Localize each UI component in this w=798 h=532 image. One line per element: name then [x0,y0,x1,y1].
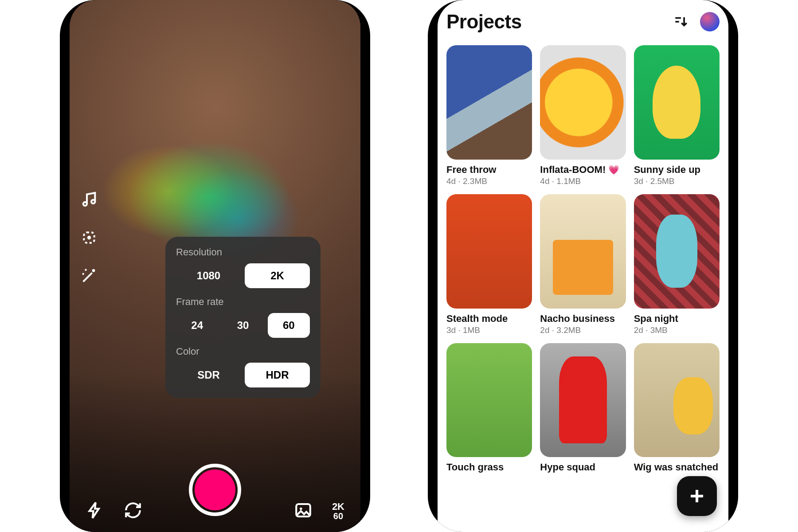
setting-resolution-label: Resolution [176,246,310,258]
camera-side-tools [80,191,98,286]
record-button-inner [195,469,235,510]
crop-selection-icon[interactable] [80,229,98,248]
setting-color-label: Color [176,346,310,357]
setting-color: Color SDR HDR [176,346,310,387]
music-icon[interactable] [80,191,98,210]
project-meta: 3d · 1MB [446,325,532,335]
project-card[interactable]: Stealth mode3d · 1MB [446,194,532,335]
project-title: Inflata-BOOM! 💗 [540,164,626,176]
setting-framerate-label: Frame rate [176,296,310,308]
project-thumbnail [634,343,720,458]
project-title: Sunny side up [634,164,720,176]
svg-point-0 [83,202,87,206]
svg-point-1 [91,200,95,203]
project-thumbnail [540,45,626,160]
phone-projects: Projects Free throw4d · 2.3MBInflata-BOO… [428,0,738,532]
project-title: Free throw [446,164,532,176]
project-card[interactable]: Hype squad [540,343,626,473]
quality-line1: 2K [332,501,344,512]
project-card[interactable]: Spa night2d · 3MB [634,194,720,335]
quality-line2: 60 [332,512,344,521]
gallery-icon[interactable] [294,501,313,521]
flip-camera-icon[interactable] [124,501,142,521]
project-thumbnail [540,194,626,309]
project-meta: 4d · 1.1MB [540,176,626,186]
color-option-hdr[interactable]: HDR [245,363,310,387]
setting-framerate: Frame rate 24 30 60 [176,296,310,338]
phone-camera: Resolution 1080 2K Frame rate 24 30 60 C… [60,0,370,532]
project-title: Spa night [634,313,720,325]
camera-screen: Resolution 1080 2K Frame rate 24 30 60 C… [70,0,360,532]
project-title: Nacho business [540,313,626,325]
svg-point-5 [300,508,302,510]
project-card[interactable]: Wig was snatched [634,343,720,473]
projects-title: Projects [446,11,522,33]
sort-icon[interactable] [673,14,688,29]
framerate-option-60[interactable]: 60 [268,313,310,338]
project-meta: 3d · 2.5MB [634,176,720,186]
color-option-sdr[interactable]: SDR [176,363,241,387]
project-title: Wig was snatched [634,462,720,473]
project-title: Hype squad [540,462,626,473]
flash-icon[interactable] [86,501,104,521]
framerate-option-24[interactable]: 24 [176,313,218,338]
resolution-option-1080[interactable]: 1080 [176,263,241,288]
setting-resolution: Resolution 1080 2K [176,246,310,288]
project-card[interactable]: Inflata-BOOM! 💗4d · 1.1MB [540,45,626,186]
project-card[interactable]: Nacho business2d · 3.2MB [540,194,626,335]
projects-screen: Projects Free throw4d · 2.3MBInflata-BOO… [438,0,728,532]
record-button[interactable] [189,464,241,516]
project-thumbnail [446,343,532,458]
project-card[interactable]: Free throw4d · 2.3MB [446,45,532,186]
project-title: Stealth mode [446,313,532,325]
svg-point-3 [87,236,91,239]
project-emoji: 💗 [608,165,619,175]
project-title: Touch grass [446,462,532,473]
project-thumbnail [634,194,720,309]
project-meta: 2d · 3.2MB [540,325,626,335]
projects-screen-wrap: Projects Free throw4d · 2.3MBInflata-BOO… [438,0,728,532]
resolution-option-2k[interactable]: 2K [245,263,310,288]
project-thumbnail [446,45,532,160]
project-meta: 2d · 3MB [634,325,720,335]
profile-avatar[interactable] [700,12,720,31]
projects-grid: Free throw4d · 2.3MBInflata-BOOM! 💗4d · … [446,45,720,473]
project-meta: 4d · 2.3MB [446,176,532,186]
projects-header: Projects [446,11,720,33]
project-thumbnail [540,343,626,458]
project-thumbnail [634,45,720,160]
camera-bottom-bar: 2K 60 [70,501,360,521]
project-card[interactable]: Touch grass [446,343,532,473]
quality-indicator[interactable]: 2K 60 [332,501,344,521]
camera-settings-panel: Resolution 1080 2K Frame rate 24 30 60 C… [165,237,321,398]
project-card[interactable]: Sunny side up3d · 2.5MB [634,45,720,186]
framerate-option-30[interactable]: 30 [222,313,264,338]
project-thumbnail [446,194,532,309]
magic-wand-icon[interactable] [80,267,98,286]
new-project-button[interactable] [677,476,717,516]
